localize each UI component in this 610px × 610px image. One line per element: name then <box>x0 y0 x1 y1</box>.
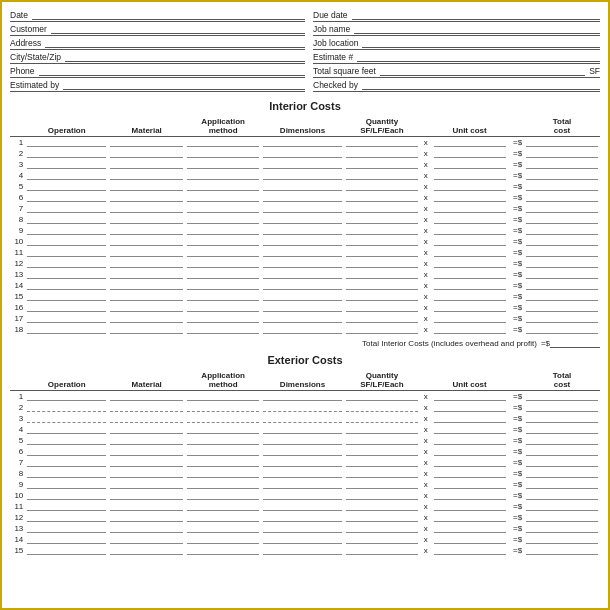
ext-col-application: Applicationmethod <box>185 370 261 391</box>
interior-section: Interior Costs Operation Material Applic… <box>10 100 600 348</box>
row-num: 13 <box>10 269 25 280</box>
exterior-row-12: 12 x =$ <box>10 512 600 523</box>
row-num: 4 <box>10 170 25 181</box>
row-num: 2 <box>10 402 25 413</box>
row-num: 14 <box>10 280 25 291</box>
row-num: 8 <box>10 468 25 479</box>
interior-row-9: 9 x =$ <box>10 225 600 236</box>
interior-row-14: 14 x =$ <box>10 280 600 291</box>
row-num: 7 <box>10 457 25 468</box>
row-num: 6 <box>10 446 25 457</box>
row-num: 3 <box>10 413 25 424</box>
row-num: 13 <box>10 523 25 534</box>
row-num: 16 <box>10 302 25 313</box>
row-num: 9 <box>10 479 25 490</box>
interior-row-6: 6 x =$ <box>10 192 600 203</box>
interior-row-8: 8 x =$ <box>10 214 600 225</box>
col-unit-cost: Unit cost <box>432 116 508 137</box>
interior-row-15: 15 x =$ <box>10 291 600 302</box>
exterior-row-14: 14 x =$ <box>10 534 600 545</box>
row-num: 15 <box>10 545 25 556</box>
row-num: 11 <box>10 247 25 258</box>
interior-row-16: 16 x =$ <box>10 302 600 313</box>
row-num: 1 <box>10 137 25 149</box>
job-name-label: Job name <box>313 24 350 34</box>
ext-col-operation: Operation <box>25 370 108 391</box>
exterior-section: Exterior Costs Operation Material Applic… <box>10 354 600 556</box>
interior-row-12: 12 x =$ <box>10 258 600 269</box>
interior-row-10: 10 x =$ <box>10 236 600 247</box>
col-quantity: QuantitySF/LF/Each <box>344 116 420 137</box>
row-num: 3 <box>10 159 25 170</box>
row-num: 14 <box>10 534 25 545</box>
header-section: Date Due date Customer Job name <box>10 10 600 94</box>
estimated-by-label: Estimated by <box>10 80 59 90</box>
exterior-title: Exterior Costs <box>10 354 600 366</box>
exterior-row-11: 11 x =$ <box>10 501 600 512</box>
customer-label: Customer <box>10 24 47 34</box>
sqft-label: Total square feet <box>313 66 376 76</box>
exterior-row-9: 9 x =$ <box>10 479 600 490</box>
row-num: 8 <box>10 214 25 225</box>
ext-col-material: Material <box>108 370 185 391</box>
address-label: Address <box>10 38 41 48</box>
interior-row-4: 4 x =$ <box>10 170 600 181</box>
interior-row-2: 2 x =$ <box>10 148 600 159</box>
row-num: 11 <box>10 501 25 512</box>
row-num: 6 <box>10 192 25 203</box>
interior-row-3: 3 x =$ <box>10 159 600 170</box>
ext-col-unit-cost: Unit cost <box>432 370 508 391</box>
interior-total-label: Total Interior Costs (includes overhead … <box>362 339 537 348</box>
interior-row-13: 13 x =$ <box>10 269 600 280</box>
exterior-row-7: 7 x =$ <box>10 457 600 468</box>
exterior-row-4: 4 x =$ <box>10 424 600 435</box>
interior-row-11: 11 x =$ <box>10 247 600 258</box>
row-num: 5 <box>10 435 25 446</box>
row-num: 10 <box>10 490 25 501</box>
sf-suffix: SF <box>589 66 600 76</box>
due-date-label: Due date <box>313 10 348 20</box>
exterior-row-1: 1 x =$ <box>10 391 600 403</box>
row-num: 2 <box>10 148 25 159</box>
col-operation: Operation <box>25 116 108 137</box>
exterior-row-13: 13 x =$ <box>10 523 600 534</box>
exterior-row-6: 6 x =$ <box>10 446 600 457</box>
job-location-label: Job location <box>313 38 358 48</box>
row-num: 10 <box>10 236 25 247</box>
phone-label: Phone <box>10 66 35 76</box>
row-num: 17 <box>10 313 25 324</box>
row-num: 9 <box>10 225 25 236</box>
interior-row-17: 17 x =$ <box>10 313 600 324</box>
date-label: Date <box>10 10 28 20</box>
exterior-row-5: 5 x =$ <box>10 435 600 446</box>
city-state-zip-label: City/State/Zip <box>10 52 61 62</box>
col-total-cost: Totalcost <box>524 116 600 137</box>
exterior-row-2: 2 x =$ <box>10 402 600 413</box>
ext-col-dimensions: Dimensions <box>261 370 344 391</box>
exterior-row-15: 15 x =$ <box>10 545 600 556</box>
row-num: 4 <box>10 424 25 435</box>
row-num: 12 <box>10 258 25 269</box>
estimate-label: Estimate # <box>313 52 353 62</box>
row-num: 15 <box>10 291 25 302</box>
interior-total-eq: =$ <box>541 339 550 348</box>
row-num: 7 <box>10 203 25 214</box>
interior-row-5: 5 x =$ <box>10 181 600 192</box>
row-num: 5 <box>10 181 25 192</box>
col-material: Material <box>108 116 185 137</box>
interior-row-18: 18 x =$ <box>10 324 600 335</box>
interior-title: Interior Costs <box>10 100 600 112</box>
interior-row-7: 7 x =$ <box>10 203 600 214</box>
exterior-row-8: 8 x =$ <box>10 468 600 479</box>
col-application: Applicationmethod <box>185 116 261 137</box>
interior-row-1: 1 x =$ <box>10 137 600 149</box>
row-num: 18 <box>10 324 25 335</box>
ext-col-quantity: QuantitySF/LF/Each <box>344 370 420 391</box>
exterior-row-3: 3 x =$ <box>10 413 600 424</box>
checked-by-label: Checked by <box>313 80 358 90</box>
row-num: 12 <box>10 512 25 523</box>
row-num: 1 <box>10 391 25 403</box>
col-dimensions: Dimensions <box>261 116 344 137</box>
ext-col-total-cost: Totalcost <box>524 370 600 391</box>
exterior-row-10: 10 x =$ <box>10 490 600 501</box>
